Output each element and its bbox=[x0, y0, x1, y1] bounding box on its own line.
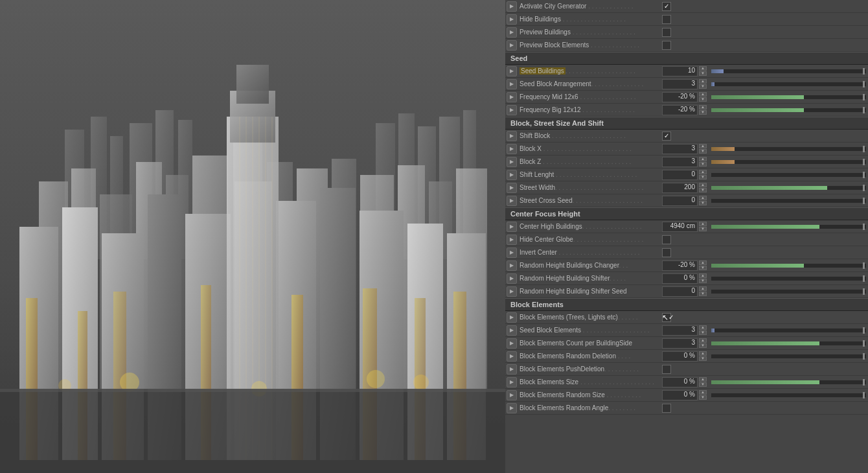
prop-icon-seed-buildings[interactable]: ▶ bbox=[507, 66, 517, 76]
prop-icon-hide-center-globe[interactable]: ▶ bbox=[507, 235, 517, 245]
checkbox-block-elements-random-angle[interactable] bbox=[662, 404, 671, 413]
number-input-seed-block-arrangement[interactable]: 3 bbox=[662, 79, 698, 89]
spin-down-seed-block-elements[interactable]: ▼ bbox=[699, 330, 707, 335]
spin-down-frequency-big[interactable]: ▼ bbox=[699, 110, 707, 115]
prop-icon-block-elements-random-angle[interactable]: ▶ bbox=[507, 403, 517, 413]
spin-down-random-height-shifter[interactable]: ▼ bbox=[699, 279, 707, 283]
slider-seed-buildings[interactable] bbox=[711, 69, 867, 74]
prop-icon-random-height-changer[interactable]: ▶ bbox=[507, 260, 517, 271]
prop-icon-block-elements-trees[interactable]: ▶ bbox=[507, 312, 517, 323]
slider-random-height-changer[interactable] bbox=[711, 263, 867, 268]
spin-down-street-cross-seed[interactable]: ▼ bbox=[699, 201, 707, 205]
spin-up-random-height-shifter-seed[interactable]: ▲ bbox=[699, 286, 707, 291]
slider-shift-length[interactable] bbox=[711, 172, 867, 178]
prop-icon-block-elements-random-size[interactable]: ▶ bbox=[507, 390, 517, 400]
checkbox-preview-buildings[interactable] bbox=[662, 28, 671, 37]
slider-street-cross-seed[interactable] bbox=[711, 198, 867, 203]
number-input-block-elements-size[interactable]: 0 % bbox=[662, 377, 698, 387]
checkbox-activate-city[interactable] bbox=[662, 2, 671, 11]
prop-icon-seed-block-arrangement[interactable]: ▶ bbox=[507, 79, 517, 89]
checkbox-hide-buildings[interactable] bbox=[662, 15, 671, 24]
prop-icon-street-width[interactable]: ▶ bbox=[507, 183, 517, 193]
slider-seed-block-elements[interactable] bbox=[711, 328, 867, 333]
spin-down-block-elements-deletion[interactable]: ▼ bbox=[699, 356, 707, 361]
slider-center-high-buildings[interactable] bbox=[711, 224, 867, 229]
spin-down-frequency-mid[interactable]: ▼ bbox=[699, 97, 707, 102]
prop-icon-block-x[interactable]: ▶ bbox=[507, 144, 517, 154]
spin-down-seed-buildings[interactable]: ▼ bbox=[699, 71, 707, 76]
prop-icon-random-height-shifter[interactable]: ▶ bbox=[507, 273, 517, 284]
spin-up-block-elements-count[interactable]: ▲ bbox=[699, 338, 707, 343]
number-input-center-high-buildings[interactable]: 4940 cm bbox=[662, 222, 698, 232]
prop-icon-block-elements-count[interactable]: ▶ bbox=[507, 338, 517, 349]
spin-up-random-height-shifter[interactable]: ▲ bbox=[699, 273, 707, 278]
number-input-block-z[interactable]: 3 bbox=[662, 157, 698, 167]
spin-up-seed-block-arrangement[interactable]: ▲ bbox=[699, 79, 707, 84]
prop-icon-shift-block[interactable]: ▶ bbox=[507, 131, 517, 141]
spin-down-street-width[interactable]: ▼ bbox=[699, 188, 707, 192]
spin-up-street-width[interactable]: ▲ bbox=[699, 183, 707, 187]
slider-block-elements-random-size[interactable] bbox=[711, 393, 867, 398]
number-input-block-elements-count[interactable]: 3 bbox=[662, 338, 698, 349]
prop-icon-random-height-shifter-seed[interactable]: ▶ bbox=[507, 286, 517, 297]
prop-icon-street-cross-seed[interactable]: ▶ bbox=[507, 196, 517, 206]
slider-seed-block-arrangement[interactable] bbox=[711, 82, 867, 87]
checkbox-hide-center-globe[interactable] bbox=[662, 235, 671, 244]
prop-icon-seed-block-elements[interactable]: ▶ bbox=[507, 325, 517, 336]
spin-down-block-elements-size[interactable]: ▼ bbox=[699, 382, 707, 387]
spin-down-random-height-shifter-seed[interactable]: ▼ bbox=[699, 292, 707, 296]
number-input-random-height-changer[interactable]: -20 % bbox=[662, 260, 698, 271]
spin-up-block-z[interactable]: ▲ bbox=[699, 157, 707, 161]
spin-down-block-elements-count[interactable]: ▼ bbox=[699, 343, 707, 348]
number-input-seed-buildings[interactable]: 10 bbox=[662, 66, 698, 76]
spin-up-block-x[interactable]: ▲ bbox=[699, 144, 707, 148]
slider-block-elements-size[interactable] bbox=[711, 380, 867, 385]
spin-up-block-elements-random-size[interactable]: ▲ bbox=[699, 390, 707, 395]
spin-up-seed-block-elements[interactable]: ▲ bbox=[699, 325, 707, 330]
prop-icon-block-elements-pushdeletion[interactable]: ▶ bbox=[507, 364, 517, 375]
prop-icon-invert-center[interactable]: ▶ bbox=[507, 248, 517, 258]
slider-block-z[interactable] bbox=[711, 159, 867, 165]
slider-block-elements-deletion[interactable] bbox=[711, 354, 867, 359]
number-input-block-x[interactable]: 3 bbox=[662, 144, 698, 154]
number-input-block-elements-random-size[interactable]: 0 % bbox=[662, 390, 698, 400]
slider-random-height-shifter-seed[interactable] bbox=[711, 289, 867, 294]
prop-icon-center-high-buildings[interactable]: ▶ bbox=[507, 222, 517, 232]
number-input-random-height-shifter[interactable]: 0 % bbox=[662, 273, 698, 284]
prop-icon-preview-block-elements[interactable]: ▶ bbox=[507, 40, 517, 51]
number-input-seed-block-elements[interactable]: 3 bbox=[662, 325, 698, 336]
number-input-street-width[interactable]: 200 bbox=[662, 183, 698, 193]
spin-down-shift-length[interactable]: ▼ bbox=[699, 175, 707, 179]
slider-block-x[interactable] bbox=[711, 146, 867, 152]
spin-up-frequency-big[interactable]: ▲ bbox=[699, 105, 707, 110]
number-input-shift-length[interactable]: 0 bbox=[662, 170, 698, 180]
prop-icon-shift-length[interactable]: ▶ bbox=[507, 170, 517, 180]
spin-up-block-elements-deletion[interactable]: ▲ bbox=[699, 351, 707, 356]
spin-up-shift-length[interactable]: ▲ bbox=[699, 170, 707, 174]
prop-icon-activate-city[interactable]: ▶ bbox=[507, 1, 517, 12]
slider-random-height-shifter[interactable] bbox=[711, 276, 867, 281]
prop-icon-hide-buildings[interactable]: ▶ bbox=[507, 14, 517, 25]
prop-icon-block-elements-deletion[interactable]: ▶ bbox=[507, 351, 517, 362]
prop-icon-preview-buildings[interactable]: ▶ bbox=[507, 27, 517, 38]
checkbox-block-elements-pushdeletion[interactable] bbox=[662, 365, 671, 374]
checkbox-invert-center[interactable] bbox=[662, 248, 671, 257]
checkbox-shift-block[interactable] bbox=[662, 132, 671, 141]
slider-block-elements-count[interactable] bbox=[711, 341, 867, 346]
spin-up-frequency-mid[interactable]: ▲ bbox=[699, 92, 707, 97]
number-input-street-cross-seed[interactable]: 0 bbox=[662, 196, 698, 206]
slider-street-width[interactable] bbox=[711, 185, 867, 190]
spin-down-random-height-changer[interactable]: ▼ bbox=[699, 266, 707, 270]
spin-up-random-height-changer[interactable]: ▲ bbox=[699, 260, 707, 265]
spin-down-block-x[interactable]: ▼ bbox=[699, 149, 707, 154]
spin-up-center-high-buildings[interactable]: ▲ bbox=[699, 222, 707, 226]
slider-frequency-big[interactable] bbox=[711, 108, 867, 113]
checkbox-block-elements-trees[interactable]: ↖ bbox=[662, 313, 671, 322]
prop-icon-frequency-mid[interactable]: ▶ bbox=[507, 92, 517, 102]
number-input-random-height-shifter-seed[interactable]: 0 bbox=[662, 286, 698, 297]
number-input-block-elements-deletion[interactable]: 0 % bbox=[662, 351, 698, 362]
spin-down-seed-block-arrangement[interactable]: ▼ bbox=[699, 84, 707, 89]
spin-down-center-high-buildings[interactable]: ▼ bbox=[699, 227, 707, 231]
number-input-frequency-big[interactable]: -20 % bbox=[662, 105, 698, 115]
number-input-frequency-mid[interactable]: -20 % bbox=[662, 92, 698, 102]
